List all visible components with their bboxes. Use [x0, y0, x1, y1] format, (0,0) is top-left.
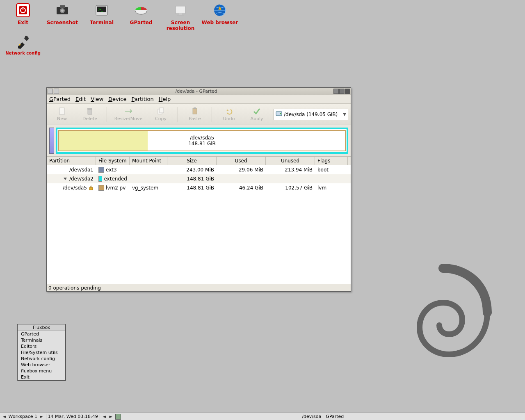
fluxbox-item-2[interactable]: Editors	[18, 343, 65, 349]
fluxbox-menu: Fluxbox GPartedTerminalsEditorsFile/Syst…	[17, 324, 66, 381]
window-titlebar[interactable]: /dev/sda - GParted	[47, 88, 351, 95]
menu-view[interactable]: View	[91, 96, 103, 102]
window-title: /dev/sda - GParted	[59, 89, 333, 94]
workspace-prev[interactable]: ◄	[2, 414, 7, 419]
svg-rect-19	[59, 108, 64, 114]
toolbar-delete-button: Delete	[77, 105, 103, 124]
desktop-icon-terminal[interactable]: >_Terminal	[82, 2, 121, 31]
desktop-icon-exit[interactable]: Exit	[3, 2, 43, 31]
delete-icon	[86, 107, 94, 115]
toolbar-undo-button: Undo	[216, 105, 242, 124]
exit-icon	[14, 2, 32, 19]
table-row[interactable]: /dev/sda1ext3243.00 MiB29.06 MiB213.94 M…	[47, 165, 351, 174]
fluxbox-item-4[interactable]: Network config	[18, 356, 65, 362]
menubar: GPartedEditViewDevicePartitionHelp	[47, 95, 351, 104]
col-header-mp[interactable]: Mount Point	[130, 157, 167, 165]
app-icon	[48, 89, 53, 94]
screenshot-icon	[54, 2, 71, 19]
expander-icon[interactable]	[64, 178, 67, 180]
toolbar-apply-button: Apply	[244, 105, 269, 124]
table-row[interactable]: /dev/sda5lvm2 pvvg_system148.81 GiB46.24…	[47, 183, 351, 192]
new-icon	[58, 107, 66, 115]
paste-icon	[191, 107, 199, 115]
table-row[interactable]: /dev/sda2extended148.81 GiB------	[47, 174, 351, 183]
svg-point-26	[280, 113, 281, 114]
partition-graph-selection[interactable]	[49, 128, 54, 154]
workspace-label[interactable]: Workspace 1	[8, 414, 37, 419]
toolbar-new-button: New	[49, 105, 75, 124]
svg-rect-15	[177, 15, 184, 16]
terminal-icon: >_	[93, 2, 110, 19]
col-header-un[interactable]: Unused	[266, 157, 315, 165]
toolbar-paste-button: Paste	[182, 105, 208, 124]
taskbar-clock: 14 Mar, Wed 03:18:49	[48, 414, 98, 419]
device-selector[interactable]: /dev/sda (149.05 GiB) ▼	[274, 109, 348, 120]
svg-rect-3	[23, 7, 23, 10]
minimize-button[interactable]	[333, 89, 339, 94]
svg-rect-20	[87, 108, 92, 110]
maximize-button[interactable]	[339, 89, 345, 94]
undo-icon	[225, 107, 233, 115]
gparted-window: /dev/sda - GParted GPartedEditViewDevice…	[46, 87, 351, 292]
svg-point-18	[19, 44, 21, 46]
menu-device[interactable]: Device	[108, 96, 126, 102]
menu-gparted[interactable]: GParted	[49, 96, 71, 102]
svg-rect-13	[176, 6, 185, 14]
desktop-icons: ExitScreenshot>_TerminalGPartedScreen re…	[3, 2, 240, 55]
chevron-down-icon: ▼	[343, 112, 346, 116]
fluxbox-menu-title: Fluxbox	[18, 324, 65, 331]
status-bar: 0 operations pending	[47, 284, 351, 291]
fluxbox-item-3[interactable]: File/System utils	[18, 349, 65, 356]
svg-rect-23	[193, 108, 197, 114]
col-header-us[interactable]: Used	[217, 157, 266, 165]
svg-rect-24	[194, 107, 196, 109]
lock-icon	[89, 185, 94, 190]
desktop-icon-screenshot[interactable]: Screenshot	[43, 2, 82, 31]
fluxbox-item-6[interactable]: fluxbox menu	[18, 368, 65, 374]
table-header: PartitionFile SystemMount PointSizeUsedU…	[47, 156, 351, 165]
desktop-icon-screenres[interactable]: Screen resolution	[161, 2, 200, 31]
device-selector-label: /dev/sda (149.05 GiB)	[284, 112, 338, 117]
svg-point-7	[61, 9, 64, 12]
taskbar-task[interactable]: /dev/sda - GParted	[123, 414, 523, 419]
task-prev[interactable]: ◄	[102, 414, 107, 419]
svg-text:>_: >_	[98, 7, 103, 11]
partition-graph[interactable]: /dev/sda5 148.81 GiB	[56, 128, 348, 154]
fluxbox-item-1[interactable]: Terminals	[18, 337, 65, 343]
apply-icon	[253, 107, 261, 115]
partition-graph-row: /dev/sda5 148.81 GiB	[47, 125, 351, 156]
fluxbox-item-0[interactable]: GParted	[18, 331, 65, 337]
screenres-icon	[172, 2, 189, 19]
toolbar: NewDeleteResize/MoveCopyPasteUndoApply /…	[47, 104, 351, 125]
col-header-part[interactable]: Partition	[47, 157, 96, 165]
workspace-next[interactable]: ►	[39, 414, 44, 419]
taskbar-app-icon[interactable]	[115, 414, 121, 420]
task-next[interactable]: ►	[108, 414, 113, 419]
sticky-icon[interactable]	[54, 89, 59, 94]
fs-color-swatch	[98, 185, 104, 191]
svg-rect-14	[179, 14, 182, 15]
desktop-icon-netconfig[interactable]: Network config	[3, 33, 43, 55]
svg-rect-22	[160, 108, 164, 113]
col-header-fs[interactable]: File System	[96, 157, 130, 165]
menu-edit[interactable]: Edit	[75, 96, 86, 102]
wrench-icon	[14, 33, 32, 50]
gparted-icon	[132, 2, 150, 19]
desktop-icon-webbrowser[interactable]: Web browser	[200, 2, 240, 31]
fluxbox-item-5[interactable]: Web browser	[18, 362, 65, 368]
toolbar-resize-button: Resize/Move	[111, 105, 146, 124]
webbrowser-icon	[211, 2, 228, 19]
svg-rect-5	[60, 5, 65, 8]
col-header-fl[interactable]: Flags	[315, 157, 348, 165]
menu-partition[interactable]: Partition	[132, 96, 154, 102]
close-button[interactable]	[345, 89, 350, 94]
fs-color-swatch	[98, 176, 102, 182]
table-body: /dev/sda1ext3243.00 MiB29.06 MiB213.94 M…	[47, 165, 351, 284]
taskbar: ◄ Workspace 1 ► 14 Mar, Wed 03:18:49 ◄ ►…	[0, 413, 525, 420]
col-header-sz[interactable]: Size	[167, 157, 217, 165]
harddisk-icon	[276, 110, 282, 118]
desktop-icon-gparted[interactable]: GParted	[121, 2, 161, 31]
menu-help[interactable]: Help	[159, 96, 171, 102]
fluxbox-item-7[interactable]: Exit	[18, 374, 65, 380]
svg-rect-27	[89, 187, 93, 190]
